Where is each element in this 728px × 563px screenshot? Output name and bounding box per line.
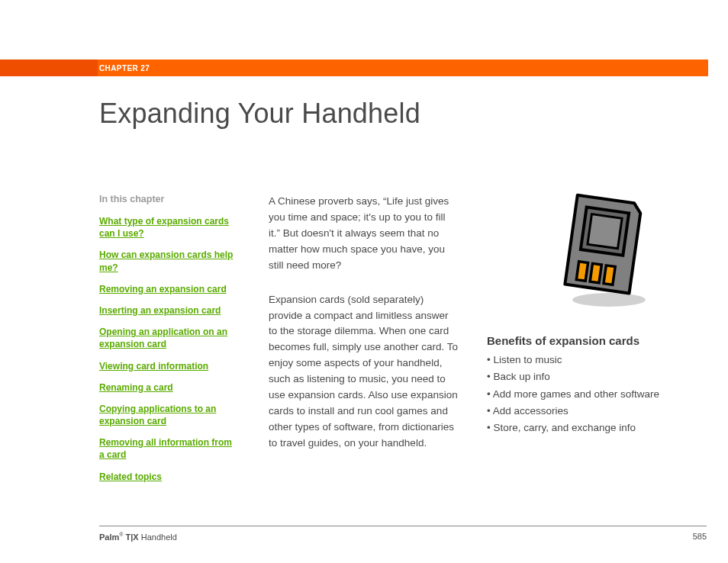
benefit-item: Add accessories bbox=[487, 403, 708, 420]
chapter-banner: CHAPTER 27 bbox=[0, 60, 728, 76]
toc-link-renaming[interactable]: Renaming a card bbox=[99, 381, 237, 394]
toc-link-what-type[interactable]: What type of expansion cards can I use? bbox=[99, 215, 237, 240]
toc-link-copying-apps[interactable]: Copying applications to an expansion car… bbox=[99, 403, 237, 427]
svg-rect-3 bbox=[576, 262, 588, 281]
banner-gap bbox=[708, 60, 728, 76]
toc-link-removing-card[interactable]: Removing an expansion card bbox=[99, 283, 237, 295]
svg-rect-4 bbox=[590, 263, 601, 282]
toc-link-how-help[interactable]: How can expansion cards help me? bbox=[99, 249, 237, 273]
toc-link-removing-info[interactable]: Removing all information from a card bbox=[99, 436, 237, 461]
benefits-heading: Benefits of expansion cards bbox=[487, 334, 708, 347]
body-text-column: A Chinese proverb says, “Life just gives… bbox=[269, 194, 459, 470]
banner-main: CHAPTER 27 bbox=[98, 60, 708, 76]
benefits-list: Listen to music Back up info Add more ga… bbox=[487, 352, 708, 436]
intro-paragraph-1: A Chinese proverb says, “Life just gives… bbox=[269, 194, 459, 274]
page-title: Expanding Your Handheld bbox=[99, 98, 420, 130]
sidebar-heading: In this chapter bbox=[99, 194, 252, 204]
chapter-label: CHAPTER 27 bbox=[99, 64, 150, 72]
benefit-item: Back up info bbox=[487, 368, 708, 385]
svg-rect-2 bbox=[588, 214, 622, 249]
benefit-item: Listen to music bbox=[487, 352, 708, 368]
expansion-card-icon bbox=[556, 191, 708, 313]
toc-link-viewing-info[interactable]: Viewing card information bbox=[99, 360, 237, 372]
svg-point-0 bbox=[572, 293, 646, 307]
toc-link-opening-app[interactable]: Opening an application on an expansion c… bbox=[99, 326, 237, 350]
banner-accent bbox=[0, 60, 98, 76]
intro-paragraph-2: Expansion cards (sold separately) provid… bbox=[269, 292, 459, 452]
right-column: Benefits of expansion cards Listen to mu… bbox=[487, 191, 708, 436]
page-footer: Palm® T|X Handheld 585 bbox=[99, 532, 707, 542]
footer-model: T|X bbox=[123, 532, 138, 542]
benefit-item: Add more games and other software bbox=[487, 386, 708, 403]
toc-link-inserting-card[interactable]: Inserting an expansion card bbox=[99, 304, 237, 317]
toc-link-related[interactable]: Related topics bbox=[99, 471, 237, 483]
footer-brand-name: Palm bbox=[99, 532, 119, 542]
svg-rect-5 bbox=[604, 265, 615, 285]
page-number: 585 bbox=[693, 532, 707, 542]
footer-tail: Handheld bbox=[139, 532, 177, 542]
footer-brand: Palm® T|X Handheld bbox=[99, 532, 177, 542]
footer-rule bbox=[99, 526, 707, 526]
benefit-item: Store, carry, and exchange info bbox=[487, 420, 708, 436]
in-this-chapter-nav: In this chapter What type of expansion c… bbox=[99, 194, 252, 492]
